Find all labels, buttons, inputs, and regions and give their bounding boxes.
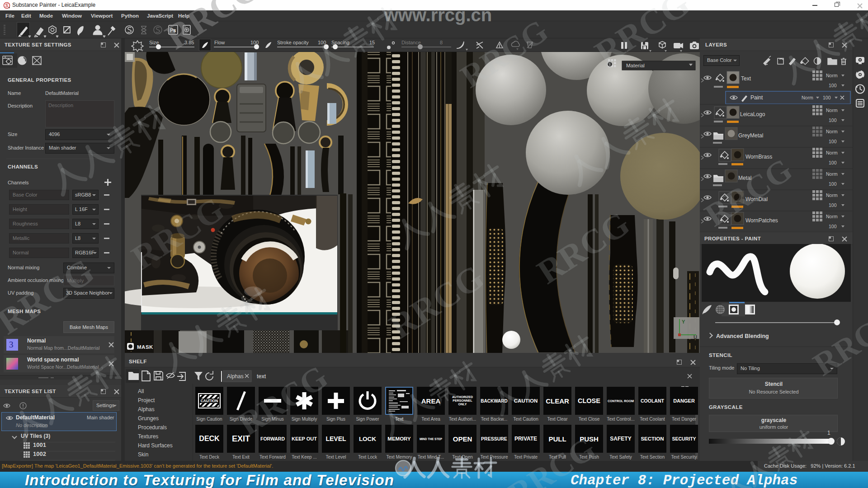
svg-text:U: U — [693, 334, 697, 340]
svg-text:Norm: Norm — [826, 192, 838, 198]
svg-text:Norm: Norm — [826, 108, 838, 113]
svg-text:100: 100 — [829, 224, 837, 229]
svg-text:Norm: Norm — [826, 150, 838, 155]
svg-text:Ps: Ps — [170, 28, 176, 33]
svg-text:100: 100 — [829, 139, 837, 144]
svg-text:Alphas: Alphas — [227, 373, 244, 380]
svg-text:Norm: Norm — [826, 214, 838, 219]
svg-text:text: text — [257, 373, 266, 380]
svg-text:100: 100 — [829, 117, 837, 123]
svg-text:100: 100 — [829, 83, 837, 88]
svg-text:Text: Text — [741, 75, 751, 82]
svg-text:Material: Material — [626, 63, 645, 68]
svg-text:Norm: Norm — [802, 95, 813, 100]
svg-text:100: 100 — [823, 95, 831, 100]
svg-text:GreyMetal: GreyMetal — [738, 132, 763, 139]
svg-text:Norm: Norm — [826, 129, 838, 134]
svg-text:Y: Y — [682, 319, 685, 324]
svg-text:100: 100 — [829, 181, 837, 187]
svg-text:MASK: MASK — [137, 344, 153, 350]
svg-text:Norm: Norm — [826, 171, 838, 177]
svg-text:100: 100 — [829, 202, 837, 208]
svg-text:WornPatches: WornPatches — [745, 217, 778, 224]
svg-text:Paint: Paint — [750, 94, 763, 101]
svg-text:WornDial: WornDial — [745, 196, 768, 202]
svg-text:WornBrass: WornBrass — [745, 154, 772, 160]
svg-text:Metal: Metal — [738, 175, 751, 181]
svg-text:Norm: Norm — [826, 73, 838, 78]
svg-text:100: 100 — [829, 160, 837, 165]
svg-text:LeicaLogo: LeicaLogo — [740, 111, 765, 117]
